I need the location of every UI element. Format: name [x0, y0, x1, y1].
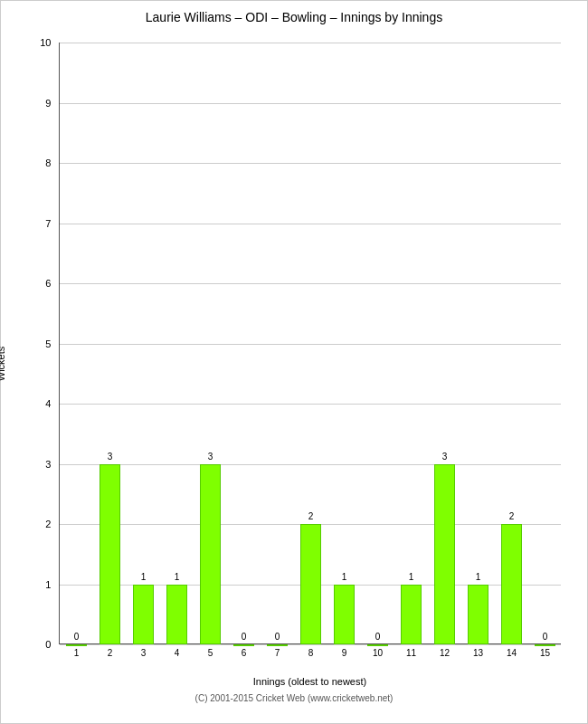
bar	[401, 585, 421, 645]
bar	[200, 464, 220, 645]
bar-value-label: 1	[401, 572, 421, 582]
y-tick-label: 1	[45, 579, 54, 590]
bar-value-label: 2	[501, 511, 521, 521]
bar	[267, 644, 287, 646]
grid-line	[60, 644, 561, 645]
y-tick-label: 4	[45, 398, 54, 409]
bar	[535, 644, 555, 646]
y-tick-label: 2	[45, 519, 54, 529]
bar-value-label: 0	[535, 632, 555, 642]
y-tick-label: 5	[45, 338, 54, 349]
bar-value-label: 3	[200, 452, 220, 462]
y-tick-label: 7	[45, 218, 54, 229]
plot-area: 0123456789100132131435060728190101113121…	[59, 43, 561, 644]
y-tick-label: 10	[40, 37, 54, 48]
x-tick-label: 13	[473, 648, 483, 658]
bar	[100, 464, 119, 645]
y-tick-label: 9	[45, 98, 54, 109]
bar-value-label: 1	[133, 572, 153, 582]
bar	[66, 644, 86, 646]
x-tick-label: 6	[242, 648, 247, 658]
bar	[300, 524, 320, 644]
bar-value-label: 3	[434, 452, 454, 462]
bar	[334, 585, 354, 645]
bar	[166, 585, 186, 645]
bar	[133, 585, 153, 645]
x-tick-label: 14	[507, 648, 517, 658]
grid-line	[60, 103, 561, 104]
y-tick-label: 8	[45, 157, 54, 168]
bar	[468, 585, 488, 645]
chart-title: Laurie Williams – ODI – Bowling – Inning…	[146, 10, 442, 24]
grid-line	[60, 344, 561, 345]
y-tick-label: 0	[45, 639, 54, 650]
grid-line	[60, 43, 561, 43]
bar-value-label: 2	[300, 511, 320, 521]
grid-line	[60, 224, 561, 224]
bar-value-label: 1	[334, 572, 354, 582]
grid-line	[60, 163, 561, 164]
x-tick-label: 9	[342, 648, 347, 658]
bar	[434, 464, 454, 645]
x-tick-label: 2	[108, 648, 113, 658]
bar-value-label: 0	[267, 632, 287, 642]
x-tick-label: 15	[540, 648, 550, 658]
x-tick-label: 7	[275, 648, 280, 658]
chart-container: Laurie Williams – ODI – Bowling – Inning…	[0, 0, 588, 724]
x-tick-label: 4	[175, 648, 180, 658]
y-axis-label: Wickets	[0, 347, 6, 382]
bar	[367, 644, 387, 646]
x-tick-label: 1	[74, 648, 80, 658]
bar-value-label: 0	[66, 632, 86, 642]
x-tick-label: 11	[406, 648, 416, 658]
copyright: (C) 2001-2015 Cricket Web (www.cricketwe…	[18, 693, 570, 703]
x-tick-label: 12	[440, 648, 450, 658]
bar-value-label: 1	[166, 572, 186, 582]
y-tick-label: 6	[45, 278, 54, 289]
bar	[233, 644, 253, 646]
x-tick-label: 3	[141, 648, 147, 658]
x-tick-label: 5	[208, 648, 213, 658]
grid-line	[60, 404, 561, 405]
x-tick-label: 8	[308, 648, 314, 658]
bar-value-label: 0	[233, 632, 253, 642]
bar-value-label: 0	[367, 632, 387, 642]
x-axis-label: Innings (oldest to newest)	[59, 676, 561, 687]
bar-value-label: 3	[100, 452, 119, 462]
bar	[501, 524, 521, 644]
grid-line	[60, 464, 561, 465]
y-tick-label: 3	[45, 459, 54, 470]
grid-line	[60, 283, 561, 284]
bar-value-label: 1	[468, 572, 488, 582]
x-tick-label: 10	[373, 648, 383, 658]
